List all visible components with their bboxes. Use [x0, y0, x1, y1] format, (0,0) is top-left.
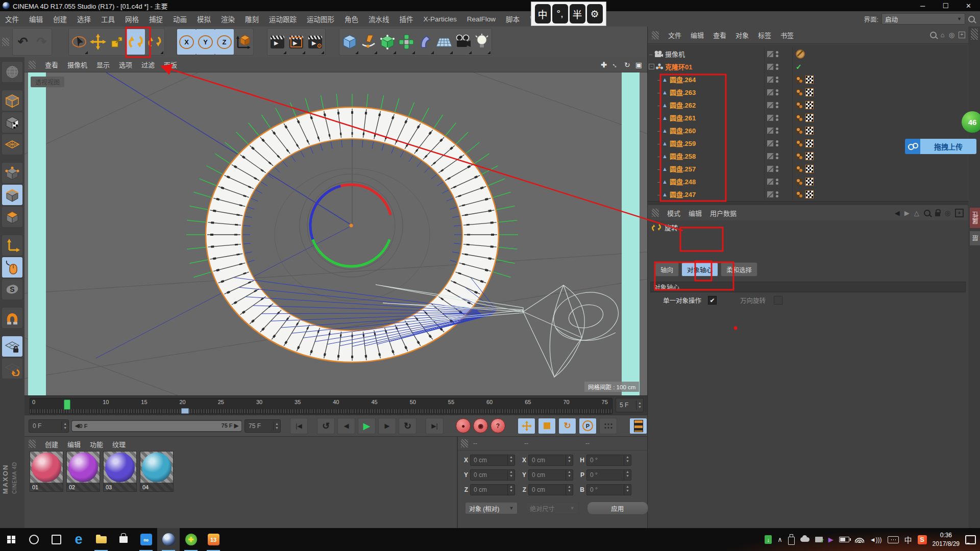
phong-tag-icon[interactable]: [796, 89, 803, 96]
object-row-disc[interactable]: ‒▲圆盘.247: [648, 188, 968, 201]
edges-mode-button[interactable]: [2, 185, 22, 205]
start-button[interactable]: [0, 528, 22, 551]
material-manager-grip[interactable]: [29, 440, 36, 448]
menu-mesh[interactable]: 网格: [120, 14, 144, 24]
current-frame-spinner[interactable]: 0 F ▲▼: [29, 419, 69, 433]
enabled-check-icon[interactable]: ✓: [796, 63, 802, 71]
history-forward-icon[interactable]: ▶: [904, 209, 910, 217]
taskbar-edge[interactable]: e: [67, 528, 90, 551]
hidden-icons-chevron[interactable]: ∧: [777, 536, 782, 543]
layer-square[interactable]: [767, 89, 773, 95]
add-cube-button[interactable]: [340, 29, 359, 55]
layer-square[interactable]: [767, 128, 773, 134]
menu-mograph[interactable]: 运动图形: [302, 14, 339, 24]
light-button[interactable]: [472, 29, 491, 55]
toggle-view-icon[interactable]: ▣: [635, 61, 642, 69]
render-visibility-dot[interactable]: [776, 131, 778, 134]
taskbar-cinema4d[interactable]: [157, 528, 180, 551]
om-menu-object[interactable]: 对象: [736, 30, 749, 40]
object-row-disc[interactable]: ‒▲圆盘.263: [648, 86, 968, 98]
loop-button[interactable]: ↻: [399, 418, 416, 434]
move-tool-button[interactable]: [88, 29, 107, 55]
rotation-h-field[interactable]: 0 °▲▼: [586, 455, 631, 466]
range-end-arrow-icon[interactable]: ▶: [234, 422, 238, 429]
object-row-disc[interactable]: ‒▲圆盘.248: [648, 175, 968, 188]
material-thumbnail[interactable]: 03: [103, 451, 137, 492]
editor-visibility-dot[interactable]: [776, 140, 778, 143]
render-view-button[interactable]: [268, 29, 287, 55]
taskbar-clock[interactable]: 0:36 2017/8/29: [933, 531, 960, 547]
menu-sculpt[interactable]: 雕刻: [240, 14, 264, 24]
parent-up-icon[interactable]: △: [914, 209, 919, 217]
menu-edit[interactable]: 编辑: [24, 14, 48, 24]
menu-plugins[interactable]: 插件: [395, 14, 419, 24]
om-menu-view[interactable]: 查看: [713, 30, 726, 40]
keyframe-panel-button[interactable]: [629, 418, 647, 434]
record-keyframe-button[interactable]: ●: [456, 418, 471, 433]
om-menu-tag[interactable]: 标签: [758, 30, 771, 40]
menu-create[interactable]: 创建: [48, 14, 72, 24]
view-label[interactable]: 透视视图: [31, 77, 64, 87]
editor-visibility-dot[interactable]: [776, 115, 778, 117]
phong-tag-icon[interactable]: [796, 178, 803, 185]
position-z-field[interactable]: 0 cm▲▼: [470, 484, 515, 495]
texture-tag-icon[interactable]: [805, 76, 814, 84]
workplane-mode-button[interactable]: [2, 134, 22, 155]
cloner-button[interactable]: [397, 29, 415, 55]
lock-icon[interactable]: [935, 212, 940, 216]
object-row-disc[interactable]: ‒▲圆盘.264: [648, 73, 968, 86]
menu-pipeline[interactable]: 流水线: [363, 14, 395, 24]
playhead[interactable]: [64, 399, 70, 410]
driver-ok-icon[interactable]: ✓: [815, 537, 823, 542]
taskbar-explorer[interactable]: [90, 528, 112, 551]
vp-menu-view[interactable]: 查看: [45, 60, 58, 69]
points-mode-button[interactable]: [2, 163, 22, 183]
play-button[interactable]: ▶: [358, 418, 376, 434]
editor-visibility-dot[interactable]: [776, 153, 778, 156]
layer-square[interactable]: [767, 179, 773, 185]
phong-tag-icon[interactable]: [796, 191, 803, 198]
gimbal-rotation-checkbox[interactable]: [774, 296, 782, 305]
editor-visibility-dot[interactable]: [776, 128, 778, 130]
editor-visibility-dot[interactable]: [776, 64, 778, 66]
usb-device-icon[interactable]: [788, 537, 795, 545]
om-menu-bookmark[interactable]: 书签: [780, 30, 794, 40]
am-menu-userdata[interactable]: 用户数据: [710, 208, 737, 218]
menu-animate[interactable]: 动画: [168, 14, 192, 24]
object-row-disc[interactable]: ‒▲圆盘.257: [648, 162, 968, 175]
apply-button[interactable]: 应用: [587, 502, 648, 515]
pan-view-icon[interactable]: ✚: [601, 61, 607, 69]
stepper-icon[interactable]: ▲▼: [61, 421, 68, 430]
material-thumbnail[interactable]: 04: [140, 451, 174, 492]
task-view-button[interactable]: [45, 528, 67, 551]
object-row-disc[interactable]: ‒▲圆盘.261: [648, 111, 968, 124]
volume-icon[interactable]: ◄))): [870, 536, 882, 543]
undo-button[interactable]: ↶: [13, 29, 32, 55]
drag-upload-button[interactable]: 拖拽上传: [905, 139, 976, 154]
render-visibility-dot[interactable]: [776, 80, 778, 83]
size-y-field[interactable]: 0 cm▲▼: [528, 469, 573, 481]
object-row-camera[interactable]: ‒ 摄像机: [648, 47, 968, 60]
sogou-icon[interactable]: S: [918, 535, 927, 544]
lock-workplane-button[interactable]: [2, 336, 22, 357]
viewport-grip[interactable]: [29, 61, 36, 69]
keyframe-marker[interactable]: [181, 408, 189, 414]
render-visibility-dot[interactable]: [776, 93, 778, 95]
go-to-end-button[interactable]: ▶|: [426, 418, 444, 434]
om-menu-file[interactable]: 文件: [668, 30, 681, 40]
object-row-disc[interactable]: ‒▲圆盘.260: [648, 124, 968, 137]
render-visibility-dot[interactable]: [776, 169, 778, 172]
coordinate-system-button[interactable]: [234, 29, 253, 55]
viewport-canvas[interactable]: [24, 72, 647, 395]
single-object-checkbox[interactable]: ✔: [708, 296, 717, 305]
media-player-icon[interactable]: ▶: [828, 536, 834, 543]
scale-tool-button[interactable]: [107, 29, 126, 55]
stepper-icon[interactable]: ▲▼: [636, 400, 643, 409]
menu-file[interactable]: 文件: [0, 14, 24, 24]
phong-tag-icon[interactable]: [796, 76, 803, 83]
mat-menu-create[interactable]: 创建: [45, 439, 58, 449]
menu-script[interactable]: 脚本: [501, 14, 525, 24]
vp-menu-display[interactable]: 显示: [96, 60, 110, 69]
ime-indicator[interactable]: 中: [904, 534, 912, 545]
snap-settings-button[interactable]: S: [2, 279, 22, 299]
